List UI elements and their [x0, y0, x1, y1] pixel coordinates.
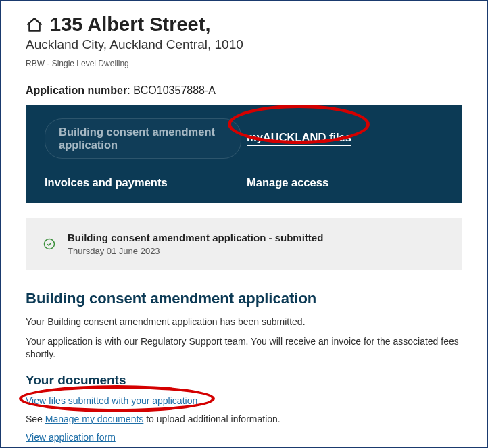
- page-title-locality: Auckland City, Auckland Central, 1010: [26, 37, 462, 52]
- nav-building-consent-amendment[interactable]: Building consent amendment application: [45, 118, 241, 159]
- house-icon: [26, 16, 43, 34]
- building-subtype: RBW - Single Level Dwelling: [26, 59, 462, 68]
- nav-myauckland-files[interactable]: myAUCKLAND files: [247, 131, 351, 146]
- nav-manage-access[interactable]: Manage access: [247, 176, 328, 191]
- link-row-manage: See Manage my documents to upload additi…: [26, 414, 462, 424]
- section-heading: Building consent amendment application: [26, 290, 462, 307]
- see-prefix: See: [26, 414, 45, 424]
- application-number-value: BCO10357888-A: [133, 84, 216, 96]
- nav-panel: Building consent amendment application m…: [26, 105, 462, 203]
- section-p2: Your application is with our Regulatory …: [26, 335, 462, 361]
- nav-cell-3: Invoices and payments: [45, 176, 241, 191]
- documents-heading: Your documents: [26, 373, 462, 388]
- status-text-block: Building consent amendment application -…: [68, 232, 323, 256]
- nav-cell-4: Manage access: [247, 176, 443, 191]
- section-p1: Your Building consent amendment applicat…: [26, 316, 462, 328]
- status-bar: Building consent amendment application -…: [26, 218, 462, 270]
- link-row-view-files: View files submitted with your applicati…: [26, 395, 462, 407]
- link-manage-my-documents[interactable]: Manage my documents: [45, 414, 144, 424]
- see-suffix: to upload additional information.: [143, 414, 280, 424]
- check-circle-icon: [43, 238, 55, 250]
- application-number-label: Application number: [26, 84, 127, 96]
- page-title-street: 135 Albert Street,: [50, 14, 210, 36]
- svg-point-0: [45, 239, 55, 249]
- application-number-row: Application number: BCO10357888-A: [26, 84, 462, 97]
- nav-cell-1: Building consent amendment application: [45, 118, 241, 159]
- status-title: Building consent amendment application -…: [68, 232, 323, 243]
- nav-invoices-payments[interactable]: Invoices and payments: [45, 176, 168, 191]
- nav-cell-2: myAUCKLAND files: [247, 118, 443, 159]
- link-view-application-form[interactable]: View application form: [26, 432, 116, 443]
- link-row-view-form: View application form: [26, 431, 462, 443]
- application-number-colon: :: [127, 84, 133, 96]
- status-date: Thursday 01 June 2023: [68, 246, 323, 256]
- title-row: 135 Albert Street,: [26, 14, 462, 36]
- link-view-files-submitted[interactable]: View files submitted with your applicati…: [26, 395, 197, 406]
